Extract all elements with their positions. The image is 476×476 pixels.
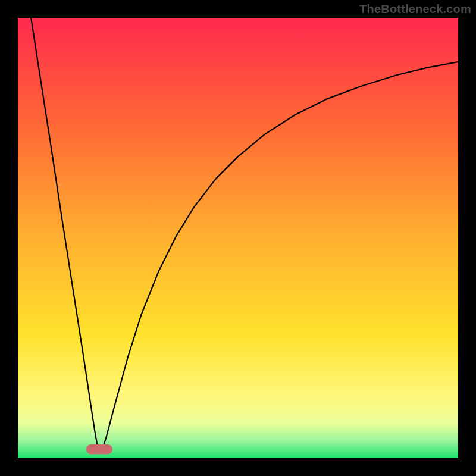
chart-frame: TheBottleneck.com xyxy=(0,0,476,476)
plot-area xyxy=(18,18,458,458)
watermark-text: TheBottleneck.com xyxy=(359,2,471,16)
valley-marker xyxy=(86,444,112,454)
gradient-background xyxy=(18,18,458,458)
chart-svg xyxy=(18,18,458,458)
marker-group xyxy=(86,444,112,454)
